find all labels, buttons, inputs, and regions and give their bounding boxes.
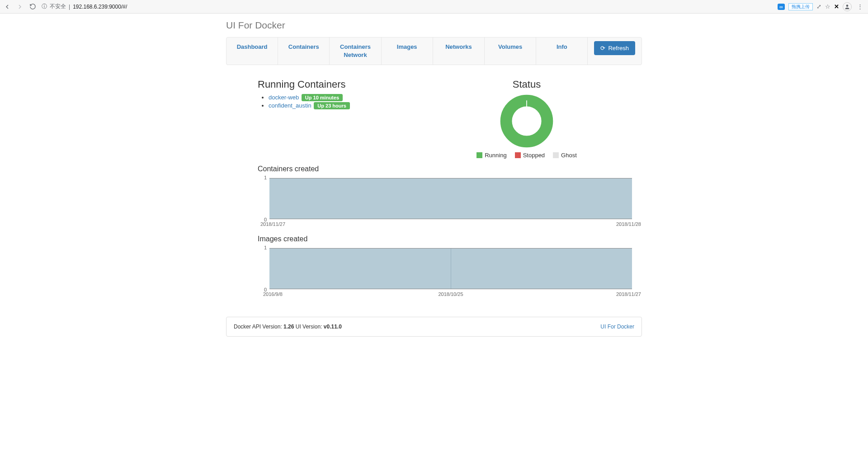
refresh-icon: ⟳ [600,45,605,52]
list-item: confident_austin Up 23 hours [269,102,393,109]
footer: Docker API Version: 1.26 UI Version: v0.… [226,317,642,337]
url-text: 192.168.6.239:9000/#/ [73,4,127,10]
x-tick: 2018/11/28 [616,221,641,227]
x-tick: 2016/9/8 [263,291,283,297]
info-icon: ⓘ [42,3,47,10]
y-tick: 1 [264,245,267,250]
nav-containers[interactable]: Containers [278,38,330,65]
nav-containers-network[interactable]: Containers Network [330,38,381,65]
bookmark-icon[interactable]: ☆ [825,3,830,10]
chart-legend: Running Stopped Ghost [476,152,577,159]
running-heading: Running Containers [258,79,393,90]
refresh-button[interactable]: ⟳ Refresh [594,41,635,55]
legend-stopped: Stopped [515,152,545,159]
nav-info[interactable]: Info [536,38,588,65]
list-item: docker-web Up 10 minutes [269,94,393,101]
y-tick: 1 [264,175,267,180]
browser-toolbar: ⓘ 不安全 | 192.168.6.239:9000/#/ ∞ 拖拽上传 ⤢ ☆… [0,0,868,14]
svg-point-0 [846,5,849,7]
extension-tooltip: 拖拽上传 [788,3,813,10]
insecure-label: 不安全 [50,3,66,10]
chart-containers-created: 1 0 2018/11/27 2018/11/28 [258,177,642,229]
nav-refresh-wrap: ⟳ Refresh [588,38,642,65]
ui-version-label: UI Version: [296,324,324,330]
chart-title: Containers created [258,165,642,173]
back-button[interactable] [4,3,11,10]
forward-button[interactable] [16,3,24,10]
status-heading: Status [411,79,642,90]
reload-button[interactable] [29,3,36,10]
ui-version: v0.11.0 [324,324,342,330]
x-tick: 2018/11/27 [616,291,641,297]
status-badge: Up 10 minutes [302,94,343,101]
close-icon[interactable]: ✕ [834,3,839,10]
donut-chart [495,94,558,148]
api-version-label: Docker API Version: [234,324,283,330]
chart-images-created: 1 0 2016/9/8 2018/10/25 2018/11/27 [258,247,642,299]
status-badge: Up 23 hours [314,102,350,109]
nav-dashboard[interactable]: Dashboard [226,38,278,65]
page-title: UI For Docker [226,20,642,31]
container-link[interactable]: confident_austin [269,102,311,109]
x-tick: 2018/11/27 [260,221,285,227]
container-link[interactable]: docker-web [269,94,299,101]
translate-icon[interactable]: ⤢ [816,3,821,10]
swatch-icon [553,152,559,158]
legend-running: Running [476,152,506,159]
chart-title: Images created [258,235,642,243]
running-list: docker-web Up 10 minutes confident_austi… [258,94,393,109]
nav-images[interactable]: Images [382,38,433,65]
footer-link[interactable]: UI For Docker [600,324,634,330]
profile-icon[interactable] [843,2,852,11]
api-version: 1.26 [283,324,294,330]
nav-volumes[interactable]: Volumes [485,38,536,65]
extension-icon[interactable]: ∞ [778,4,785,10]
address-bar[interactable]: ⓘ 不安全 | 192.168.6.239:9000/#/ [42,3,127,10]
main-nav: Dashboard Containers Containers Network … [226,37,642,65]
x-tick: 2018/10/25 [438,291,463,297]
nav-networks[interactable]: Networks [433,38,485,65]
swatch-icon [476,152,482,158]
legend-ghost: Ghost [553,152,577,159]
menu-icon[interactable]: ⋮ [855,2,864,11]
swatch-icon [515,152,521,158]
